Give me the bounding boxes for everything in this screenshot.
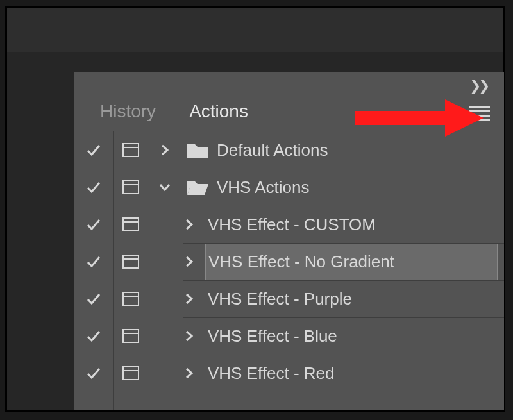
dialog-icon (122, 217, 139, 231)
dialog-toggle[interactable] (113, 317, 149, 355)
divider (183, 317, 504, 318)
app-frame: ❯❯ History Actions (5, 6, 505, 412)
expand-toggle[interactable] (149, 206, 205, 243)
expand-toggle[interactable] (149, 317, 205, 355)
dialog-icon (122, 292, 139, 306)
svg-rect-10 (123, 292, 139, 305)
expand-toggle[interactable] (149, 355, 205, 392)
action-row[interactable]: VHS Effect - Blue (74, 317, 504, 355)
actions-list: Default Actions VHS Actions (74, 131, 504, 392)
panel-tabbar: History Actions (83, 92, 504, 131)
toggle-checkbox[interactable] (74, 317, 113, 355)
action-label: VHS Effect - Purple (205, 280, 504, 317)
tab-label: History (100, 101, 156, 122)
divider (183, 355, 504, 355)
divider (149, 169, 504, 169)
action-label: VHS Effect - Red (205, 355, 504, 392)
divider (183, 392, 504, 392)
checkmark-icon (86, 180, 101, 195)
svg-rect-12 (123, 330, 139, 342)
toggle-checkbox[interactable] (74, 280, 113, 317)
folder-open-icon (187, 179, 208, 196)
toggle-checkbox[interactable] (74, 169, 113, 206)
expand-toggle[interactable] (149, 131, 181, 169)
expand-toggle[interactable] (149, 169, 181, 206)
action-row[interactable]: VHS Effect - No Gradient (74, 243, 504, 280)
toggle-checkbox[interactable] (74, 355, 113, 392)
toggle-checkbox[interactable] (74, 206, 113, 243)
toggle-checkbox[interactable] (74, 131, 113, 169)
tab-label: Actions (189, 101, 248, 122)
dialog-icon (122, 255, 139, 269)
divider (183, 206, 504, 206)
action-label: VHS Effect - Blue (205, 317, 504, 355)
dialog-icon (122, 366, 139, 380)
tab-actions[interactable]: Actions (172, 92, 265, 131)
action-row[interactable]: VHS Effect - CUSTOM (74, 206, 504, 243)
dialog-icon (122, 329, 139, 343)
svg-rect-6 (123, 218, 139, 231)
tab-history[interactable]: History (83, 92, 172, 131)
dialog-toggle[interactable] (113, 206, 149, 243)
divider (183, 243, 504, 244)
svg-rect-8 (123, 255, 139, 268)
folder-icon (187, 142, 208, 158)
action-set-label: VHS Actions (214, 169, 504, 206)
action-label: VHS Effect - No Gradient (205, 243, 498, 280)
action-set-row[interactable]: Default Actions (74, 131, 504, 169)
dialog-toggle[interactable] (113, 169, 149, 206)
toggle-checkbox[interactable] (74, 243, 113, 280)
checkmark-icon (86, 217, 101, 232)
dialog-toggle[interactable] (113, 355, 149, 392)
divider (183, 280, 504, 281)
expand-toggle[interactable] (149, 280, 205, 317)
dialog-toggle[interactable] (113, 243, 149, 280)
checkmark-icon (86, 254, 101, 269)
action-row[interactable]: VHS Effect - Red (74, 355, 504, 392)
chevron-right-icon (183, 330, 196, 342)
chevron-down-icon (158, 181, 171, 194)
checkmark-icon (86, 328, 101, 344)
chevron-right-icon (183, 367, 196, 380)
dialog-toggle[interactable] (113, 280, 149, 317)
checkmark-icon (86, 291, 101, 307)
expand-toggle[interactable] (149, 243, 205, 280)
checkmark-icon (86, 142, 101, 158)
action-label: VHS Effect - CUSTOM (205, 206, 504, 243)
chevron-right-icon (183, 292, 196, 305)
action-set-row[interactable]: VHS Actions (74, 169, 504, 206)
chevron-right-icon (183, 218, 196, 231)
dialog-icon (122, 143, 139, 157)
action-set-label: Default Actions (214, 131, 504, 169)
chevron-right-icon (183, 255, 196, 268)
actions-panel: ❯❯ History Actions (74, 72, 504, 410)
dialog-icon (122, 180, 139, 194)
dialog-toggle[interactable] (113, 131, 149, 169)
action-row[interactable]: VHS Effect - Purple (74, 280, 504, 317)
chevron-right-icon (158, 144, 171, 156)
set-icon-wrap (181, 169, 214, 206)
svg-rect-4 (123, 181, 139, 194)
set-icon-wrap (181, 131, 214, 169)
svg-rect-2 (123, 144, 139, 156)
svg-rect-14 (123, 367, 139, 380)
checkmark-icon (86, 365, 101, 381)
panel-menu-button[interactable] (469, 103, 490, 124)
